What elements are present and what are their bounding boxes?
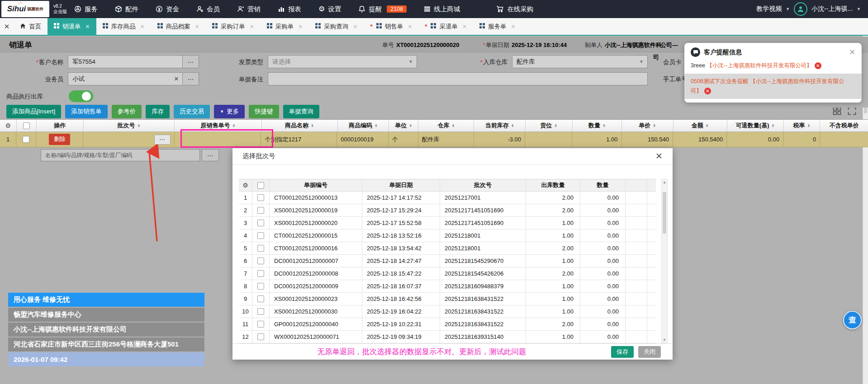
tab-home[interactable]: 首页 (14, 18, 47, 35)
execute-outbound-toggle[interactable] (69, 90, 93, 102)
tab-purchase-return[interactable]: * 采退单 ✕ (418, 18, 473, 35)
product-search-input[interactable] (41, 149, 200, 161)
row-select-cell[interactable] (252, 267, 270, 280)
tab-close-icon[interactable]: ✕ (250, 23, 254, 30)
row-select-cell[interactable] (252, 318, 270, 330)
orig-sale-no-cell[interactable] (175, 132, 261, 147)
add-product-button[interactable]: 添加商品[Insert] (6, 105, 61, 118)
clear-icon[interactable]: ✕ (171, 75, 182, 82)
grid-settings-cell[interactable]: ⚙ (239, 179, 252, 191)
history-button[interactable]: 历史交易 (174, 105, 210, 118)
delete-button[interactable]: 删除 (49, 134, 70, 145)
add-sales-order-button[interactable]: 添加销售单 (65, 105, 108, 118)
invoice-type-select[interactable]: 请选择 ▼ (268, 55, 417, 68)
tab-close-icon[interactable]: ✕ (85, 23, 90, 30)
menu-member[interactable]: 会员 (196, 5, 220, 14)
tab-sales-return[interactable]: 销退单 ✕ (47, 18, 96, 35)
tab-close-icon[interactable]: ✕ (511, 23, 516, 30)
user-avatar[interactable] (794, 2, 807, 16)
row-select-cell[interactable] (252, 293, 270, 305)
row-select-cell[interactable] (252, 192, 270, 204)
col-current-stock[interactable]: 当前库存▲▼ (474, 120, 525, 131)
scrollbar-thumb[interactable] (663, 192, 666, 234)
col-returnable-qty[interactable]: 可退数量(基)▲▼ (727, 120, 784, 131)
col-batch-no[interactable]: 批次号▲▼ (84, 120, 175, 131)
remark-input[interactable] (268, 72, 648, 85)
modal-scrollbar[interactable]: ▲ ▼ (661, 179, 668, 343)
tab-close-icon[interactable]: ✕ (298, 23, 303, 30)
username-label[interactable]: 小沈--上海骐... (811, 5, 853, 13)
dismiss-reminder-icon[interactable]: ✕ (815, 62, 821, 69)
checkbox[interactable] (23, 122, 30, 129)
row-select-cell[interactable] (252, 242, 270, 254)
checkbox[interactable] (257, 258, 264, 264)
tab-close-icon[interactable]: ✕ (140, 23, 145, 30)
close-button[interactable]: 关闭 (638, 346, 661, 358)
scroll-up-icon[interactable]: ▲ (662, 180, 667, 184)
close-all-tabs-icon[interactable]: ✕ (0, 18, 14, 35)
menu-report[interactable]: 报表 (278, 5, 301, 14)
tab-product-archive[interactable]: 商品档案 ✕ (151, 18, 206, 35)
doc-query-button[interactable]: 单据查询 (283, 105, 319, 118)
checkbox[interactable] (23, 136, 29, 143)
more-button[interactable]: ▼更多 (214, 105, 245, 118)
reference-price-button[interactable]: 参考价 (112, 105, 142, 118)
row-select-cell[interactable] (252, 217, 270, 229)
col-price[interactable]: 单价▲▼ (622, 120, 673, 131)
menu-parts[interactable]: 配件 (115, 5, 138, 14)
tab-stock-goods[interactable]: 库存商品 ✕ (96, 18, 151, 35)
select-all-cell[interactable] (17, 120, 37, 131)
qty-cell[interactable]: 1.00 (572, 132, 622, 147)
shortcuts-button[interactable]: 快捷键 (249, 105, 279, 118)
col-amount[interactable]: 金额▲▼ (674, 120, 727, 131)
quick-query-float-button[interactable]: 查 (843, 311, 862, 329)
grid-settings-cell[interactable]: ⚙ (0, 120, 17, 131)
col-warehouse[interactable]: 仓库▲▼ (418, 120, 474, 131)
tab-service[interactable]: 服务单 ✕ (473, 18, 522, 35)
warehouse-select[interactable]: 配件库 ▼ (512, 55, 648, 68)
batch-no-cell[interactable]: ⋯ (83, 132, 174, 147)
menu-marketing[interactable]: 营销 (237, 5, 261, 14)
tab-close-icon[interactable]: ✕ (408, 23, 412, 30)
tab-purchase-query[interactable]: 采购查询 ✕ (309, 18, 364, 35)
batch-lookup-button[interactable]: ⋯ (154, 135, 171, 145)
row-select-cell[interactable] (252, 255, 270, 267)
menu-service[interactable]: 服务 (74, 5, 98, 14)
checkbox[interactable] (257, 308, 264, 315)
col-product-name[interactable]: 商品名称▲▼ (262, 120, 338, 131)
col-location[interactable]: 货位▲▼ (526, 120, 573, 131)
checkbox[interactable] (257, 321, 264, 328)
row-select-cell[interactable] (252, 280, 270, 292)
tab-close-icon[interactable]: ✕ (353, 23, 357, 30)
row-select-cell[interactable] (252, 305, 270, 318)
tab-purchase-order[interactable]: 采购订单 ✕ (206, 18, 261, 35)
salesman-input[interactable]: 小试 ✕ ⋯ (68, 72, 199, 85)
salesman-lookup-button[interactable]: ⋯ (182, 73, 199, 85)
checkbox[interactable] (257, 182, 264, 189)
checkbox[interactable] (257, 194, 264, 201)
col-qty[interactable]: 数量▲▼ (573, 120, 622, 131)
tab-close-icon[interactable]: ✕ (462, 23, 467, 30)
col-unit[interactable]: 单位▲▼ (389, 120, 418, 131)
tab-purchase[interactable]: 采购单 ✕ (261, 18, 309, 35)
checkbox[interactable] (257, 295, 264, 302)
product-search-lookup-button[interactable]: ⋯ (202, 149, 219, 161)
checkbox[interactable] (257, 245, 264, 252)
dismiss-reminder-icon[interactable]: ✕ (704, 88, 711, 94)
menu-online-mall[interactable]: 线上商城 (424, 5, 460, 14)
checkbox[interactable] (257, 232, 264, 239)
menu-settings[interactable]: ⚙ 设置 (318, 5, 341, 14)
menu-funds[interactable]: 资金 (156, 5, 179, 14)
col-product-code[interactable]: 商品编码▲▼ (338, 120, 389, 131)
select-all-cell[interactable] (252, 179, 270, 191)
row-select-cell[interactable] (252, 229, 270, 242)
row-select-cell[interactable] (16, 132, 36, 147)
row-select-cell[interactable] (252, 331, 270, 343)
tab-sales[interactable]: * 销售单 ✕ (364, 18, 418, 35)
save-button[interactable]: 保存 (611, 346, 634, 358)
tutorial-link[interactable]: 教学视频 (756, 5, 782, 13)
menu-reminder[interactable]: 提醒 2108 (358, 5, 407, 14)
col-orig-sale-no[interactable]: 原销售单号▲▼ (175, 120, 261, 131)
col-tax-rate[interactable]: 税率▲▼ (784, 120, 821, 131)
panel-close-icon[interactable]: ✕ (849, 49, 855, 56)
